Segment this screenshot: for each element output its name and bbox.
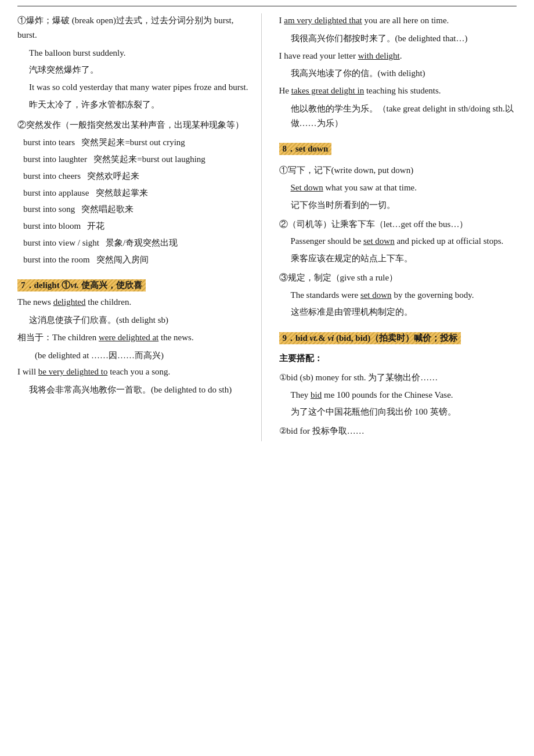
section1-heading: ①爆炸；爆破 (break open)过去式，过去分词分别为 burst, bu… [17, 13, 255, 42]
burst-item-tears: burst into tears 突然哭起来=burst out crying [23, 135, 255, 150]
section9-heading-wrap: 9．bid vt.& vi (bid, bid)（拍卖时）喊价；投标 [279, 326, 517, 348]
section7-heading: 7．delight ①vt. 使高兴，使欣喜 [17, 279, 146, 291]
section7-ex2-en: I will be very delighted to teach you a … [17, 365, 255, 379]
section8-sub2-heading: ②（司机等）让乘客下车（let…get off the bus…） [279, 217, 517, 232]
burst-item-room: burst into the room 突然闯入房间 [23, 253, 255, 267]
right-delight-ex1-en: I am very delighted that you are all her… [279, 13, 517, 28]
two-col-layout: ①爆炸；爆破 (break open)过去式，过去分词分别为 burst, bu… [17, 13, 517, 441]
right-delight-ex2-en: I have read your letter with delight. [279, 49, 517, 63]
right-delight-ex3-cn: 他以教他的学生为乐。（take great delight in sth/doi… [291, 102, 517, 131]
section8-heading-wrap: 8．set down [279, 137, 517, 159]
section8-sub1-en: Set down what you saw at that time. [291, 181, 517, 195]
burst-item-cheers: burst into cheers 突然欢呼起来 [23, 169, 255, 183]
section9-coll1-en: They bid me 100 pounds for the Chinese V… [291, 388, 517, 402]
burst-item-view: burst into view / sight 景象/奇观突然出现 [23, 236, 255, 250]
right-delight-ex1-cn: 我很高兴你们都按时来了。(be delighted that…) [291, 31, 517, 46]
page-container: ①爆炸；爆破 (break open)过去式，过去分词分别为 burst, bu… [0, 0, 534, 756]
example-balloon-en: The balloon burst suddenly. [29, 46, 255, 60]
section8-sub3-cn: 这些标准是由管理机构制定的。 [291, 305, 517, 319]
section9-coll1-phrase: ①bid (sb) money for sth. 为了某物出价…… [279, 370, 517, 385]
section8-sub3-en: The standards were set down by the gover… [291, 288, 517, 303]
section7-ex2-cn: 我将会非常高兴地教你一首歌。(be delighted to do sth) [29, 383, 255, 397]
section8-sub2-cn: 乘客应该在规定的站点上下车。 [291, 251, 517, 266]
section2-heading: ②突然发作（一般指突然发出某种声音，出现某种现象等） [17, 118, 255, 132]
burst-item-bloom: burst into bloom 开花 [23, 219, 255, 233]
section7-ex1-en: The news delighted the children. [17, 295, 255, 309]
section9-heading: 9．bid vt.& vi (bid, bid)（拍卖时）喊价；投标 [279, 332, 461, 344]
burst-item-song: burst into song 突然唱起歌来 [23, 202, 255, 217]
section7-heading-wrap: 7．delight ①vt. 使高兴，使欣喜 [17, 273, 255, 295]
section9-coll1-cn: 为了这个中国花瓶他们向我出价 100 英镑。 [291, 405, 517, 419]
example-balloon-cn: 汽球突然爆炸了。 [29, 63, 255, 77]
section8-sub1-cn: 记下你当时所看到的一切。 [291, 198, 517, 213]
right-column: I am very delighted that you are all her… [273, 13, 517, 441]
section9-coll2-phrase: ②bid for 投标争取…… [279, 424, 517, 438]
top-divider [17, 6, 517, 6]
right-delight-ex2-cn: 我高兴地读了你的信。(with delight) [291, 66, 517, 81]
section8-heading: 8．set down [279, 143, 332, 155]
example-pipes-en: It was so cold yesterday that many water… [29, 80, 255, 95]
burst-item-applause: burst into applause 突然鼓起掌来 [23, 186, 255, 200]
right-delight-ex3-en: He takes great delight in teaching his s… [279, 84, 517, 98]
section7-sub: (be delighted at ……因……而高兴) [35, 348, 255, 363]
section8-sub2-en: Passenger should be set down and picked … [291, 234, 517, 249]
section8-sub3-heading: ③规定，制定（give sth a rule） [279, 271, 517, 285]
section7-ex1-cn: 这消息使孩子们欣喜。(sth delight sb) [29, 313, 255, 327]
burst-item-laughter: burst into laughter 突然笑起来=burst out laug… [23, 152, 255, 167]
section9-main-collocations-label: 主要搭配： [279, 351, 517, 366]
section8-sub1-heading: ①写下，记下(write down, put down) [279, 163, 517, 178]
section7-equivalent: 相当于：The children were delighted at the n… [17, 330, 255, 345]
example-pipes-cn: 昨天太冷了，许多水管都冻裂了。 [29, 98, 255, 112]
left-column: ①爆炸；爆破 (break open)过去式，过去分词分别为 burst, bu… [17, 13, 262, 441]
